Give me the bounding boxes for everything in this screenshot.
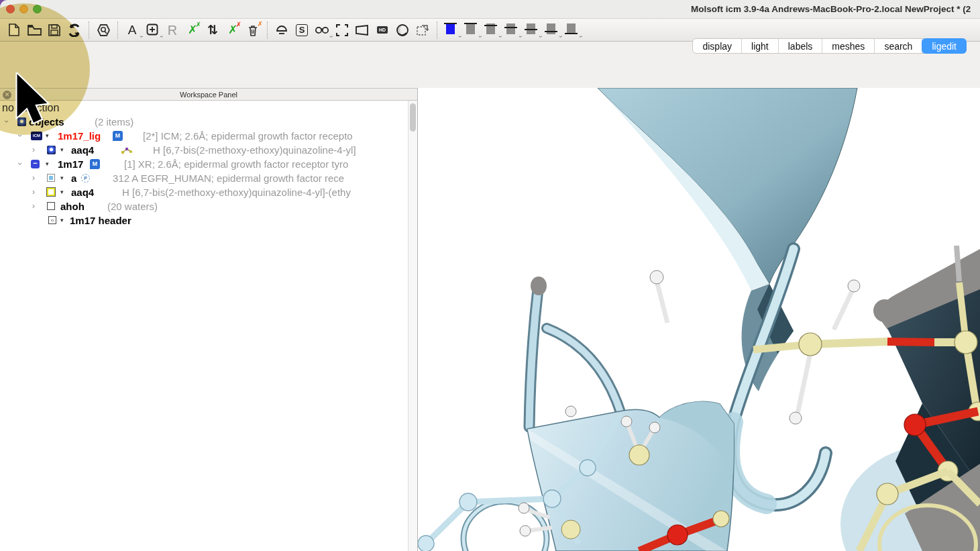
font-a-icon: A [128,23,137,36]
workspace-scrollbar[interactable] [408,101,417,551]
label-atoms-button[interactable]: A › [122,20,142,40]
tree-item-desc: H [6,7-bis(2-methoxy-ethoxy)quinazoline-… [153,144,356,156]
label-box-button[interactable]: › [142,20,162,40]
smooth-shade-button[interactable]: S [292,20,312,40]
chevron-collapsed-icon[interactable]: › [32,188,35,196]
trash-button[interactable]: ✗ [243,20,263,40]
tab-meshes[interactable]: meshes [822,39,875,53]
selection-status: no selection [2,102,59,114]
scrollbar-thumb[interactable] [410,103,416,132]
delete-selection-button[interactable]: ✗ ✗ [223,20,243,40]
chevron-collapsed-icon[interactable]: › [32,202,35,210]
minimize-button[interactable] [19,5,28,13]
tree-item-name[interactable]: aaq4 [71,144,94,156]
tab-search[interactable]: search [875,39,922,53]
view-tabs: display light labels meshes search liged… [692,38,967,54]
titlebar[interactable]: Molsoft icm 3.9-4a Andrews-MacBook-Pro-2… [0,0,980,19]
perspective-button[interactable] [352,20,372,40]
slab-button-6[interactable]: › [543,21,561,40]
slab-button-3[interactable]: › [483,21,500,40]
caret-down-icon[interactable]: ▾ [60,175,64,181]
chevron-down-icon: › [517,36,523,38]
tube-gray-cap [531,277,547,295]
shade-circle-icon [396,23,409,37]
slab-button-2[interactable]: › [463,21,480,40]
tree-item-desc: (20 waters) [107,201,158,212]
tab-display[interactable]: display [693,39,742,53]
tab-ligedit[interactable]: ligedit [922,38,967,54]
workspace-panel-header[interactable]: ✕ Workspace Panel [0,88,417,101]
slab-button-1[interactable]: › [443,21,460,40]
molecule-scene [418,88,980,551]
tree-row-objects[interactable]: › objects (2 items) [0,115,406,130]
chevron-down-icon: › [557,36,563,38]
tree-item-name[interactable]: ahoh [60,201,85,212]
caret-down-icon[interactable]: ▾ [60,189,64,195]
tree-item-name[interactable]: objects [29,116,64,128]
chevron-down-icon: › [578,36,584,38]
chevron-down-icon: › [537,36,543,38]
tree-row-aaq4-2[interactable]: › ▾ aaq4 H [6,7-bis(2-methoxy-ethoxy)qui… [0,186,406,200]
sort-button[interactable]: ⇅ [203,20,223,40]
tree-item-name[interactable]: 1m17 header [70,215,131,226]
tree-row-aaq4[interactable]: › ▾ aaq4 H [6,7-bis(2-methoxy-ethoxy)qui… [0,144,406,158]
tree-row-ahoh[interactable]: › ahoh (20 waters) [0,200,406,214]
waters-checkbox-icon[interactable] [47,202,55,210]
hd-icon: HD [377,26,388,34]
fullscreen-icon [336,24,348,36]
ligand-checkbox-icon[interactable] [47,188,55,196]
chevron-expanded-icon[interactable]: › [16,134,24,137]
molecular-viewport[interactable] [418,88,980,551]
tree-item-desc: 312 A EGFR_HUMAN; epidermal growth facto… [113,172,344,184]
fullscreen-button[interactable] [332,20,352,40]
stereo-button[interactable]: › [312,20,332,40]
tree-item-desc: [1] XR; 2.6Å; epidermal growth factor re… [124,158,348,170]
object-collapse-icon[interactable]: − [31,160,40,168]
tree-item-name[interactable]: aaq4 [71,187,94,198]
shade-button[interactable] [392,20,413,40]
chevron-collapsed-icon[interactable]: › [32,174,35,182]
slab-button-7[interactable]: › [563,21,581,40]
sync-button[interactable] [64,20,85,40]
new-document-button[interactable] [4,20,24,40]
tree-row-1m17[interactable]: › − ▾ 1m17 M [1] XR; 2.6Å; epidermal gro… [0,158,406,172]
zoom-button[interactable] [33,5,42,13]
residue-label-button[interactable]: R [162,20,182,40]
chain-icon[interactable] [47,174,55,182]
red-x-small-icon: ✗ [236,21,241,28]
tree-item-name[interactable]: a [71,172,76,184]
tree-item-name[interactable]: 1m17 [58,158,83,170]
tab-labels[interactable]: labels [779,39,823,53]
rotate-object-button[interactable] [413,20,433,40]
objects-icon[interactable] [17,117,26,126]
header-data-icon[interactable]: ‹› [48,216,56,224]
caret-down-icon[interactable]: ▾ [60,147,64,153]
slab-button-5[interactable]: › [523,21,541,40]
open-file-button[interactable] [24,20,44,40]
tree-row-1m17-lig[interactable]: › ICM ▾ 1m17_lig M [2*] ICM; 2.6Å; epide… [0,130,406,144]
tree-row-1m17-header[interactable]: ‹› ▾ 1m17 header [0,214,406,228]
hd-button[interactable]: HD [372,20,392,40]
chevron-expanded-icon[interactable]: › [16,162,24,165]
beta-sheet-ribbon [598,88,857,284]
tree-item-name[interactable]: 1m17_lig [58,130,101,142]
icm-object-icon[interactable]: ICM [31,132,42,140]
caret-down-icon[interactable]: ▾ [46,133,49,139]
delete-label-button[interactable]: ✗ ✗ [182,20,203,40]
caret-down-icon[interactable]: ▾ [46,161,49,167]
molecule-icon[interactable] [47,146,56,154]
slab-button-4[interactable]: › [503,21,521,40]
tab-light[interactable]: light [742,39,779,53]
r-label-icon: R [168,23,177,37]
tree-row-chain-a[interactable]: › ▾ a P 312 A EGFR_HUMAN; epidermal grow… [0,172,406,186]
workspace-tree[interactable]: no selection › objects (2 items) › ICM ▾… [0,101,408,551]
search-object-button[interactable] [93,20,113,40]
chevron-expanded-icon[interactable]: › [3,120,11,123]
save-button[interactable] [44,20,64,40]
chevron-collapsed-icon[interactable]: › [32,146,35,154]
lamp-button[interactable] [272,20,292,40]
caret-down-icon[interactable]: ▾ [60,217,64,223]
chevron-down-icon: › [457,36,463,38]
glasses-icon [315,25,329,36]
close-button[interactable] [6,5,15,13]
